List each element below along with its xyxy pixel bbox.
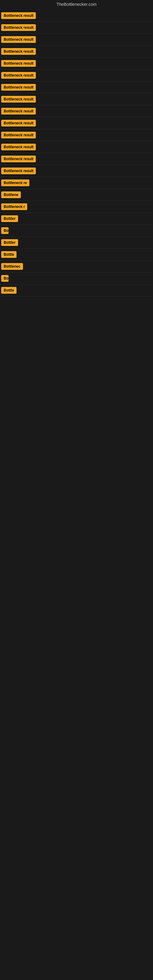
list-item: Bottleneck result [0, 70, 153, 81]
list-item: Bottleneck result [0, 57, 153, 70]
bottleneck-result-badge[interactable]: Bottleneck result [1, 36, 36, 43]
list-item: Bottleneck result [0, 105, 153, 117]
bottleneck-result-badge[interactable]: Bottleneck result [1, 120, 36, 126]
bottleneck-result-badge[interactable]: Bottlene [1, 191, 21, 198]
list-item: Bottler [0, 213, 153, 225]
list-item: Bottleneck result [0, 34, 153, 46]
list-item: Bottleneck result [0, 141, 153, 153]
list-item: Bottlene [0, 189, 153, 201]
bottleneck-result-badge[interactable]: Bottleneck result [1, 60, 36, 67]
list-item: Bottleneck re [0, 177, 153, 189]
list-item: Bottle [0, 249, 153, 261]
rows-container: Bottleneck resultBottleneck resultBottle… [0, 10, 153, 296]
list-item: Bo [0, 272, 153, 285]
list-item: Bottleneck result [0, 22, 153, 34]
bottleneck-result-badge[interactable]: Bottleneck result [1, 108, 36, 115]
site-header: TheBottlenecker.com [0, 0, 153, 10]
list-item: Bottleneck r [0, 201, 153, 213]
bottleneck-result-badge[interactable]: Bottleneck r [1, 204, 27, 210]
bottleneck-result-badge[interactable]: Bottleneck result [1, 72, 36, 79]
list-item: Bo [0, 225, 153, 237]
site-title: TheBottlenecker.com [0, 0, 153, 10]
list-item: Bottleneck result [0, 10, 153, 22]
bottleneck-result-badge[interactable]: Bottleneck result [1, 48, 36, 55]
bottleneck-result-badge[interactable]: Bottleneck result [1, 24, 36, 31]
list-item: Bottle [0, 285, 153, 296]
bottleneck-result-badge[interactable]: Bottleneck result [1, 156, 36, 162]
list-item: Bottleneck result [0, 94, 153, 105]
list-item: Bottleneck result [0, 81, 153, 94]
bottleneck-result-badge[interactable]: Bottleneck result [1, 84, 36, 91]
bottleneck-result-badge[interactable]: Bottleneck result [1, 96, 36, 103]
list-item: Bottler [0, 237, 153, 249]
list-item: Bottleneck result [0, 153, 153, 165]
list-item: Bottleneck result [0, 165, 153, 177]
list-item: Bottleneck result [0, 129, 153, 141]
bottleneck-result-badge[interactable]: Bottler [1, 239, 18, 246]
bottleneck-result-badge[interactable]: Bo [1, 227, 9, 234]
bottleneck-result-badge[interactable]: Bo [1, 275, 9, 282]
bottleneck-result-badge[interactable]: Bottleneck re [1, 180, 29, 186]
bottleneck-result-badge[interactable]: Bottleneck result [1, 132, 36, 138]
bottleneck-result-badge[interactable]: Bottleneck result [1, 12, 36, 19]
bottleneck-result-badge[interactable]: Bottleneck result [1, 167, 36, 174]
bottleneck-result-badge[interactable]: Bottle [1, 251, 16, 258]
list-item: Bottleneck result [0, 117, 153, 129]
bottleneck-result-badge[interactable]: Bottle [1, 287, 16, 294]
bottleneck-result-badge[interactable]: Bottler [1, 215, 18, 222]
list-item: Bottlenec [0, 261, 153, 272]
list-item: Bottleneck result [0, 46, 153, 57]
bottleneck-result-badge[interactable]: Bottleneck result [1, 144, 36, 150]
bottleneck-result-badge[interactable]: Bottlenec [1, 263, 23, 270]
